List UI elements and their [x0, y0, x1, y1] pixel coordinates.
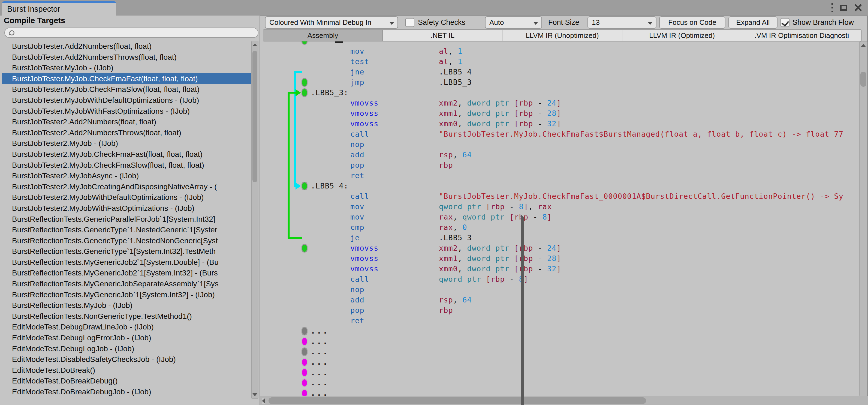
list-item[interactable]: BurstJobTester.MyJob - (IJob) — [2, 62, 251, 74]
tab-assembly[interactable]: Assembly — [263, 30, 383, 41]
tab--net-il[interactable]: .NET IL — [383, 30, 502, 41]
block-pill-gray — [302, 347, 308, 356]
tab-llvm-ir-optimized-[interactable]: LLVM IR (Optimized) — [622, 30, 742, 41]
disassembly-toolbar: Coloured With Minimal Debug In Safety Ch… — [260, 16, 868, 29]
list-item[interactable]: BurstJobTester.MyJob.CheckFmaSlow(float,… — [2, 84, 251, 95]
list-item[interactable]: BurstJobTester2.Add2NumbersThrows(float,… — [2, 127, 251, 138]
code-horizontal-scrollbar[interactable] — [260, 396, 868, 405]
list-item[interactable]: EditModeTest.DebugLogJob - (IJob) — [2, 343, 251, 354]
assembly-line: ret — [260, 170, 868, 181]
assembly-line: testal, 1 — [260, 56, 868, 67]
list-item[interactable]: EditModeTest.DebugLogErrorJob - (IJob) — [2, 332, 251, 343]
list-vertical-scrollbar[interactable] — [251, 41, 258, 399]
block-pill-magenta — [302, 358, 308, 367]
list-item[interactable]: EditModeTest.DebugDrawLineJob - (IJob) — [2, 322, 251, 332]
list-item[interactable]: BurstReflectionTests.MyGenericJob`1[Syst… — [2, 289, 251, 300]
list-item[interactable]: BurstJobTester2.Add2Numbers(float, float… — [2, 116, 251, 127]
block-pill-magenta — [302, 389, 308, 396]
code-scrollbar-thumb[interactable] — [860, 72, 866, 87]
close-icon[interactable] — [855, 4, 862, 11]
list-item[interactable]: BurstJobTester2.MyJobWithDefaultOptimiza… — [2, 192, 251, 203]
chevron-down-icon — [533, 22, 538, 25]
list-item[interactable]: BurstReflectionTests.GenericParallelForJ… — [2, 214, 251, 225]
list-item[interactable]: EditModeTest.DoBreakDebug() — [2, 376, 251, 386]
chevron-down-icon — [389, 22, 394, 25]
window-title: Burst Inspector — [7, 5, 60, 13]
list-item[interactable]: BurstJobTester.Add2Numbers(float, float) — [2, 41, 251, 52]
tab-llvm-ir-unoptimized-[interactable]: LLVM IR (Unoptimized) — [502, 30, 622, 41]
tab-burst-inspector[interactable]: Burst Inspector — [2, 1, 116, 16]
list-item[interactable]: BurstJobTester.Add2NumbersThrows(float, … — [2, 52, 251, 63]
assembly-line: vmovssxmm0, dword ptr [rbp - 32] — [260, 119, 868, 129]
list-item[interactable]: BurstReflectionTests.MyJob - (IJob) — [2, 300, 251, 311]
search-input[interactable] — [4, 28, 258, 38]
show-branch-flow-checkbox[interactable] — [780, 18, 789, 27]
list-item[interactable]: BurstJobTester2.MyJobWithFastOptimizatio… — [2, 203, 251, 214]
scroll-left-icon[interactable] — [262, 398, 265, 404]
block-pill-partial — [302, 41, 308, 45]
assembly-line: vmovssxmm1, dword ptr [rbp - 28] — [260, 108, 868, 119]
kebab-menu-icon[interactable] — [832, 3, 833, 12]
block-pill-magenta — [302, 337, 308, 346]
list-item[interactable]: EditModeTest.DoBreakDebugJob - (IJob) — [2, 386, 251, 397]
assembly-line: jne.LBB5_4 — [260, 67, 868, 77]
assembly-line: moval, 1 — [260, 46, 868, 56]
safety-checks-label: Safety Checks — [418, 16, 465, 29]
codegen-options-dropdown[interactable]: Coloured With Minimal Debug In — [265, 17, 398, 29]
list-item[interactable]: BurstJobTester.MyJob.CheckFmaFast(float,… — [2, 74, 251, 84]
list-item[interactable]: BurstJobTester2.MyJobAsync - (IJob) — [2, 170, 251, 181]
window-title-bar: Burst Inspector — [0, 0, 868, 16]
list-item[interactable]: EditModeTest.DisabledSafetyChecksJob - (… — [2, 354, 251, 365]
block-pill-green — [302, 78, 308, 87]
list-scrollbar-thumb[interactable] — [252, 51, 257, 182]
assembly-line: call"BurstJobTester.MyJob.CheckFmaFast$B… — [260, 129, 868, 139]
ir-view-tabs: Assembly.NET ILLLVM IR (Unoptimized)LLVM… — [263, 29, 862, 41]
block-pill-green — [302, 88, 308, 97]
scroll-up-icon[interactable] — [252, 44, 257, 46]
compile-targets-panel: Compile Targets BurstJobTester.Add2Numbe… — [0, 16, 259, 405]
list-item[interactable]: BurstJobTester2.MyJob.CheckFmaFast(float… — [2, 149, 251, 160]
tab--vm-ir-optimisation-diagnosti[interactable]: .VM IR Optimisation Diagnosti — [742, 30, 862, 41]
list-item[interactable]: BurstReflectionTests.GenericType`1.Neste… — [2, 235, 251, 246]
block-pill-magenta — [302, 379, 308, 387]
list-item[interactable]: BurstReflectionTests.MyGenericJobSeparat… — [2, 279, 251, 289]
clipped-line-fragment — [335, 41, 343, 43]
safety-mode-dropdown[interactable]: Auto — [485, 17, 542, 29]
disassembly-panel: Coloured With Minimal Debug In Safety Ch… — [260, 16, 868, 405]
list-item[interactable]: BurstReflectionTests.MyGenericJob2`1[Sys… — [2, 267, 251, 279]
assembly-line: jmp.LBB5_3 — [260, 77, 868, 88]
list-item[interactable]: BurstJobTester.MyJobWithDefaultOptimizat… — [2, 95, 251, 106]
burst-inspector-window: Burst Inspector Compile Targets BurstJob… — [0, 0, 868, 405]
assembly-line: vmovssxmm2, dword ptr [rbp - 24] — [260, 98, 868, 108]
list-item[interactable]: BurstReflectionTests.GenericType`1[Syste… — [2, 246, 251, 257]
expand-all-button[interactable]: Expand All — [728, 17, 777, 29]
block-pill-green — [302, 244, 308, 253]
list-item[interactable]: BurstJobTester.MyJobWithFastOptimization… — [2, 106, 251, 117]
list-item[interactable]: BurstJobTester2.MyJobCreatingAndDisposin… — [2, 181, 251, 192]
assembly-line: movqword ptr [rbp - 8], rax — [260, 202, 868, 212]
block-pill-gray — [302, 327, 308, 336]
list-item[interactable]: BurstJobTester2.MyJob.CheckFmaSlow(float… — [2, 160, 251, 171]
focus-on-code-button[interactable]: Focus on Code — [659, 17, 725, 29]
assembly-line: .LBB5_4: — [260, 181, 868, 191]
scroll-right-icon[interactable] — [521, 214, 868, 405]
compile-targets-header: Compile Targets — [4, 16, 65, 25]
assembly-line: .LBB5_3: — [260, 88, 868, 98]
block-pill-magenta — [302, 368, 308, 377]
list-item[interactable]: BurstReflectionTests.NonGenericType.Test… — [2, 311, 251, 322]
font-size-label: Font Size — [548, 16, 579, 29]
assembly-line: call"BurstJobTester.MyJob.CheckFmaFast_0… — [260, 191, 868, 202]
scroll-down-icon[interactable] — [252, 393, 257, 396]
list-item[interactable]: BurstReflectionTests.MyGenericJob2`1[Sys… — [2, 257, 251, 268]
list-item[interactable]: BurstJobTester2.MyJob - (IJob) — [2, 138, 251, 149]
safety-checks-checkbox[interactable] — [405, 18, 414, 27]
compile-targets-list: BurstJobTester.Add2Numbers(float, float)… — [2, 41, 251, 399]
list-item[interactable]: BurstReflectionTests.GenericType`1.Neste… — [2, 225, 251, 235]
search-icon — [9, 30, 14, 35]
list-item[interactable]: EditModeTest.DoBreakJob - (IJob) — [2, 397, 251, 399]
scroll-up-icon[interactable] — [861, 44, 866, 47]
maximize-icon[interactable] — [840, 5, 847, 11]
assembly-line: nop — [260, 139, 868, 150]
font-size-dropdown[interactable]: 13 — [587, 17, 656, 29]
list-item[interactable]: EditModeTest.DoBreak() — [2, 365, 251, 376]
